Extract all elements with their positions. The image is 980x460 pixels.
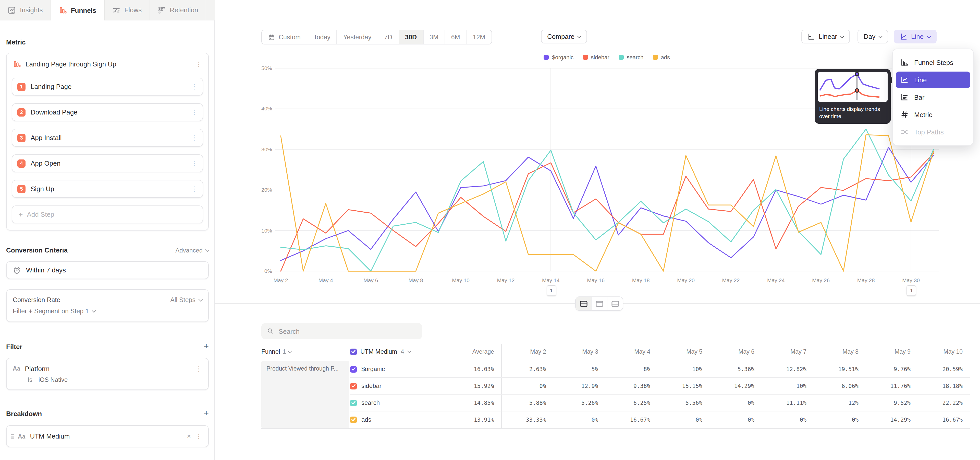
add-breakdown-button[interactable]: + [204, 408, 209, 418]
conversion-rate-dropdown[interactable]: All Steps [170, 296, 202, 303]
y-tick-label: 40% [261, 105, 272, 112]
legend-label: ads [661, 54, 670, 60]
funnel-title-row[interactable]: Landing Page through Sign Up ⋮ [12, 59, 203, 70]
funnel-column-header[interactable]: Funnel1 [261, 348, 350, 355]
funnel-step[interactable]: 1Landing Page⋮ [12, 78, 203, 96]
chart-only-view-button[interactable] [591, 297, 607, 310]
funnel-name-cell[interactable]: Product Viewed through P... [261, 361, 349, 428]
series-name: ads [361, 416, 371, 423]
breakdown-column-header[interactable]: UTM Medium4 [350, 348, 428, 355]
kebab-icon[interactable]: ⋮ [191, 160, 197, 167]
date-column-header[interactable]: May 10 [918, 348, 970, 355]
breakdown-heading: Breakdown + [6, 408, 209, 418]
report-canvas: CustomTodayYesterday7D30D3M6M12M Compare… [215, 0, 980, 460]
chart-type-button[interactable]: Line [894, 30, 936, 43]
kebab-icon[interactable]: ⋮ [196, 365, 202, 372]
range-3m[interactable]: 3M [423, 30, 445, 44]
menu-item-line[interactable]: Line [896, 72, 970, 88]
date-value: 12.82% [762, 366, 814, 372]
range-6m[interactable]: 6M [445, 30, 466, 44]
kebab-icon[interactable]: ⋮ [191, 134, 197, 141]
date-column-header[interactable]: May 9 [865, 348, 918, 355]
date-column-header[interactable]: May 3 [553, 348, 605, 355]
bar-chart-icon [900, 93, 908, 101]
menu-item-metric[interactable]: Metric [896, 106, 970, 123]
date-column-header[interactable]: May 4 [605, 348, 657, 355]
filter-property-row[interactable]: Aa Platform ⋮ [13, 363, 202, 375]
filter-segment-row[interactable]: Filter + Segment on Step 1 [13, 306, 202, 317]
date-column-header[interactable]: May 6 [710, 348, 762, 355]
metric-card: Landing Page through Sign Up ⋮ 1Landing … [6, 53, 209, 230]
drag-handle-icon[interactable] [11, 434, 14, 438]
series-checkbox[interactable] [350, 383, 357, 389]
range-7d[interactable]: 7D [377, 30, 398, 44]
range-label: 12M [473, 34, 485, 41]
remove-breakdown-icon[interactable]: × [187, 433, 191, 440]
add-step-button[interactable]: + Add Step [12, 206, 203, 224]
legend-item[interactable]: ads [653, 54, 670, 60]
range-custom[interactable]: Custom [262, 30, 307, 44]
conversion-window-card[interactable]: Within 7 days [6, 261, 209, 279]
report-type-tabbar: Insights Funnels Flows Retention [0, 0, 215, 21]
tab-flows[interactable]: Flows [104, 0, 150, 20]
date-value: 14.29% [710, 383, 762, 389]
range-12m[interactable]: 12M [466, 30, 492, 44]
breakdown-card[interactable]: Aa UTM Medium × ⋮ [6, 425, 209, 447]
filter-condition[interactable]: IsiOS Native [13, 375, 202, 384]
select-all-checkbox[interactable] [350, 348, 357, 355]
tab-insights[interactable]: Insights [0, 0, 51, 20]
x-tick-label: May 28 [848, 277, 884, 283]
kebab-icon[interactable]: ⋮ [196, 433, 202, 439]
annotation-badge[interactable]: 1 [546, 285, 556, 296]
table-search [261, 323, 422, 339]
series-checkbox[interactable] [350, 366, 357, 372]
annotation-badge[interactable]: 1 [907, 285, 916, 296]
funnel-step[interactable]: 5Sign Up⋮ [12, 180, 203, 198]
tab-funnels[interactable]: Funnels [51, 0, 105, 21]
split-view-button[interactable] [576, 297, 591, 310]
date-value: 0% [710, 399, 762, 406]
funnel-step[interactable]: 3App Install⋮ [12, 129, 203, 147]
tab-retention[interactable]: Retention [150, 0, 206, 20]
date-column-header[interactable]: May 5 [657, 348, 710, 355]
table-header-row: Funnel1UTM Medium4AverageMay 2May 3May 4… [261, 344, 970, 359]
chevron-down-icon [288, 349, 292, 353]
funnel-step[interactable]: 2Download Page⋮ [12, 103, 203, 121]
kebab-icon[interactable]: ⋮ [191, 185, 197, 192]
add-filter-button[interactable]: + [204, 342, 209, 351]
scale-button[interactable]: Linear [801, 30, 850, 43]
range-yesterday[interactable]: Yesterday [337, 30, 377, 44]
date-value: 9.52% [865, 399, 918, 406]
legend-item[interactable]: sidebar [583, 54, 609, 60]
x-tick-label: May 10 [443, 277, 479, 283]
legend-item[interactable]: $organic [544, 54, 573, 60]
date-column-header[interactable]: May 7 [762, 348, 814, 355]
funnel-step[interactable]: 4App Open⋮ [12, 154, 203, 172]
range-30d[interactable]: 30D [398, 30, 423, 44]
compare-button[interactable]: Compare [541, 30, 587, 43]
interval-button[interactable]: Day [858, 30, 888, 43]
x-tick-label: May 30 [893, 277, 929, 283]
series-checkbox[interactable] [350, 399, 357, 406]
x-tick-label: May 14 [533, 277, 569, 283]
range-today[interactable]: Today [307, 30, 337, 44]
series-checkbox[interactable] [350, 416, 357, 423]
legend-item[interactable]: search [619, 54, 644, 60]
funnel-title: Landing Page through Sign Up [25, 60, 116, 68]
kebab-icon[interactable]: ⋮ [196, 61, 202, 67]
legend-swatch [544, 55, 549, 60]
date-value: 5.56% [657, 399, 710, 406]
menu-item-funnel-steps[interactable]: Funnel Steps [896, 54, 970, 70]
date-column-header[interactable]: May 2 [501, 348, 553, 355]
average-column-header[interactable]: Average [428, 348, 501, 355]
kebab-icon[interactable]: ⋮ [191, 109, 197, 115]
legend-label: sidebar [591, 54, 609, 60]
step-label: Download Page [30, 109, 78, 116]
advanced-dropdown[interactable]: Advanced [175, 247, 209, 254]
kebab-icon[interactable]: ⋮ [191, 83, 197, 90]
menu-item-bar[interactable]: Bar [896, 89, 970, 105]
line-chart-icon [900, 76, 908, 84]
table-only-view-button[interactable] [607, 297, 623, 310]
search-input[interactable] [278, 327, 417, 335]
date-column-header[interactable]: May 8 [814, 348, 865, 355]
